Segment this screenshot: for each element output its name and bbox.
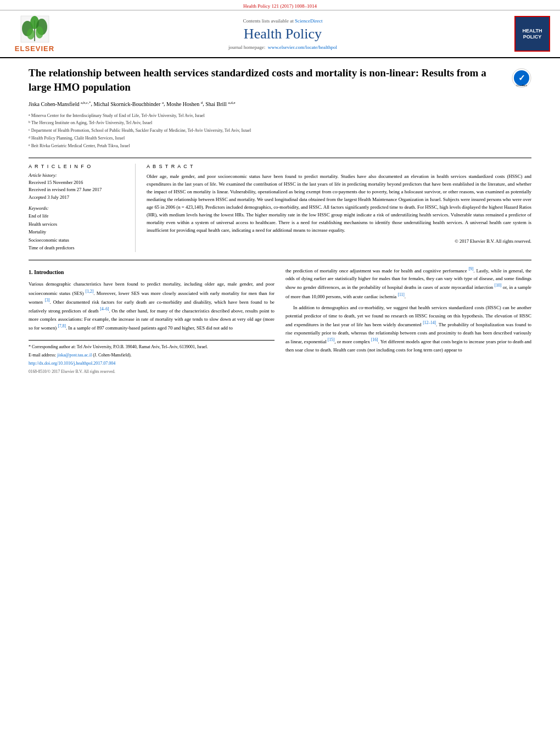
ref-3[interactable]: [3] [45,298,50,303]
elsevier-wordmark: ELSEVIER [15,44,54,53]
affil-d: d Health Policy Planning, Clalit Health … [29,135,531,142]
affil-e: e Beit Rivka Geriatric Medical Center, P… [29,143,531,150]
affil-c-text: Department of Health Promotion, School o… [31,127,251,135]
issn-line: 0168-8510/© 2017 Elsevier B.V. All right… [29,369,275,375]
intro-para-1: Various demographic characteristics have… [29,280,275,332]
accepted-date: Accepted 3 July 2017 [29,194,127,202]
main-content: 1. Introduction Various demographic char… [29,266,531,375]
ref-7-8[interactable]: [7,8] [58,323,66,328]
abstract-text: Older age, male gender, and poor socioec… [147,172,531,235]
right-para-1: the prediction of mortality once adjustm… [285,266,531,301]
sciencedirect-link[interactable]: ScienceDirect [295,18,322,24]
footnotes: * Corresponding author at: Tel Aviv Univ… [29,340,275,375]
affiliations: a Minerva Center for the Interdisciplina… [29,113,531,150]
article-info-panel: A R T I C L E I N F O Article history: R… [29,164,136,252]
journal-name: Health Policy [59,26,506,42]
health-policy-badge: HEALTH POLICY [514,16,550,52]
introduction-heading: 1. Introduction [29,268,275,277]
svg-text:CrossMark: CrossMark [516,84,527,87]
elsevier-logo: ELSEVIER [10,15,59,53]
affil-d-text: Health Policy Planning, Clalit Health Se… [31,135,125,142]
main-col-left: 1. Introduction Various demographic char… [29,266,275,375]
badge-text-policy: POLICY [523,34,542,40]
ref-11[interactable]: [11] [397,292,404,297]
badge-text-health: HEALTH [523,28,542,34]
journal-center-info: Contents lists available at ScienceDirec… [59,18,506,50]
svg-point-5 [27,29,35,40]
keywords-list: End of life Health services Mortality So… [29,212,127,252]
title-section: The relationship between health services… [29,66,531,94]
ref-10[interactable]: [10] [495,283,502,288]
author-hoshen: Moshe Hoshen d [166,101,203,107]
article-title: The relationship between health services… [29,66,512,94]
keyword-3: Mortality [29,228,127,236]
affil-a: a Minerva Center for the Interdisciplina… [29,113,531,120]
svg-text:✓: ✓ [518,73,525,82]
keywords-label: Keywords: [29,205,127,211]
authors-line: Jiska Cohen-Mansfield a,b,c,*, Michal Sk… [29,99,531,108]
ref-9[interactable]: [9] [469,266,474,271]
keyword-2: Health services [29,220,127,228]
right-para-2: In addition to demographics and co-morbi… [285,304,531,354]
copyright-line: © 2017 Elsevier B.V. All rights reserved… [147,238,531,244]
contents-available-line: Contents lists available at ScienceDirec… [59,18,506,24]
doi-link[interactable]: http://dx.doi.org/10.1016/j.healthpol.20… [29,361,115,366]
info-abstract-section: A R T I C L E I N F O Article history: R… [29,158,531,252]
article-dates: Received 15 November 2016 Received in re… [29,179,127,202]
corresponding-footnote: * Corresponding author at: Tel Aviv Univ… [29,344,275,350]
svg-point-6 [36,26,43,38]
journal-homepage-line: journal homepage: www.elsevier.com/locat… [59,44,506,50]
ref-12-14[interactable]: [12–14] [423,320,436,325]
article-body: The relationship between health services… [0,58,560,380]
page: Health Policy 121 (2017) 1008–1014 ELSEV… [0,0,560,742]
main-col-right: the prediction of mortality once adjustm… [285,266,531,375]
affil-e-text: Beit Rivka Geriatric Medical Center, Pet… [31,143,130,150]
journal-header: ELSEVIER Contents lists available at Sci… [0,10,560,58]
keywords-section: Keywords: End of life Health services Mo… [29,205,127,252]
doi-line: http://dx.doi.org/10.1016/j.healthpol.20… [29,360,275,367]
section-divider [29,260,531,260]
journal-logo-right: HEALTH POLICY [506,16,550,52]
author-skornick: Michal Skornick-Bouchbinder a [93,101,164,107]
affil-b-text: The Herczeg Institute on Aging, Tel-Aviv… [31,120,152,127]
crossmark-icon: ✓ CrossMark [512,68,531,88]
keyword-1: End of life [29,212,127,220]
email-author: (J. Cohen-Mansfield). [93,353,131,358]
author-email-link[interactable]: jiska@post.tau.ac.il [57,353,93,358]
keyword-4: Socioeconomic status [29,236,127,244]
ref-4-6[interactable]: [4–6] [100,306,109,311]
ref-1-2[interactable]: [1,2] [86,289,93,294]
affil-a-text: Minerva Center for the Interdisciplinary… [31,113,205,120]
email-label: E-mail address: [29,353,56,358]
history-label: Article history: [29,172,127,178]
affil-b: b The Herczeg Institute on Aging, Tel-Av… [29,120,531,127]
email-footnote: E-mail address: jiska@post.tau.ac.il (J.… [29,352,275,359]
abstract-section: A B S T R A C T Older age, male gender, … [147,164,531,252]
keyword-5: Time of death predictors [29,244,127,252]
author-cohen-mansfield: Jiska Cohen-Mansfield a,b,c,* [29,101,91,107]
abstract-heading: A B S T R A C T [147,164,531,169]
corresponding-text: * Corresponding author at: Tel Aviv Univ… [29,344,208,349]
journal-citation-text: Health Policy 121 (2017) 1008–1014 [243,3,317,9]
article-info-heading: A R T I C L E I N F O [29,164,127,169]
ref-16[interactable]: [16] [371,337,378,342]
elsevier-tree-icon [20,15,50,43]
author-brill: Shai Brill a,d,e [205,101,235,107]
journal-homepage-link[interactable]: www.elsevier.com/locate/healthpol [268,44,337,50]
ref-15[interactable]: [15] [328,337,335,342]
affil-c: c Department of Health Promotion, School… [29,127,531,135]
revised-date: Received in revised form 27 June 2017 [29,186,127,194]
received-date: Received 15 November 2016 [29,179,127,187]
journal-citation-banner: Health Policy 121 (2017) 1008–1014 [0,0,560,10]
